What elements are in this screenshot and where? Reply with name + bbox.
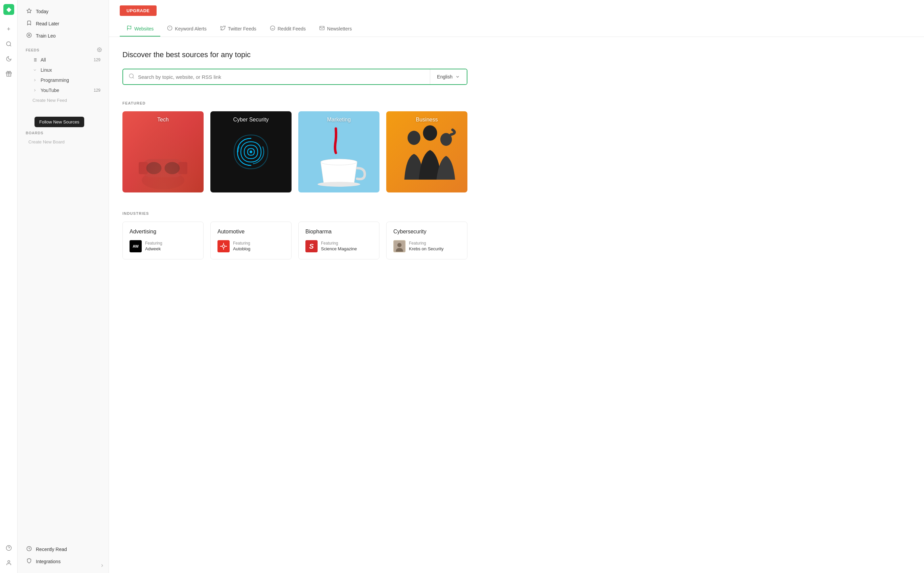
feeds-settings-icon[interactable] <box>97 47 102 53</box>
svg-rect-30 <box>139 162 148 174</box>
svg-point-6 <box>8 560 10 562</box>
featured-card-tech[interactable]: Tech <box>122 111 203 193</box>
sidebar-item-integrations[interactable]: Integrations <box>20 556 106 568</box>
gift-icon[interactable] <box>3 68 15 80</box>
create-board-link[interactable]: Create New Board <box>20 137 106 147</box>
reddit-icon <box>270 25 275 32</box>
adweek-logo: AW <box>130 240 142 252</box>
twitter-icon <box>220 25 225 32</box>
svg-point-33 <box>165 162 180 174</box>
tab-reddit-feeds[interactable]: Reddit Feeds <box>263 21 313 36</box>
svg-point-9 <box>28 34 30 36</box>
featured-card-marketing[interactable]: Marketing <box>298 111 380 193</box>
feeds-section-label: FEEDS <box>17 42 109 55</box>
read-later-icon <box>26 20 33 27</box>
sidebar-item-train-leo[interactable]: Train Leo <box>20 30 106 42</box>
industry-automotive-featuring: Featuring Autoblog <box>217 240 285 252</box>
featuring-biopharma-text: Featuring Science Magazine <box>321 241 357 252</box>
svg-point-10 <box>99 49 100 50</box>
featuring-automotive-text: Featuring Autoblog <box>233 241 250 252</box>
industry-biopharma[interactable]: Biopharma S Featuring Science Magazine <box>298 222 380 260</box>
cyber-card-label: Cyber Security <box>210 117 292 123</box>
feed-all-badge: 129 <box>94 58 100 62</box>
train-leo-icon <box>26 33 33 39</box>
sidebar-item-recently-read[interactable]: Recently Read <box>20 543 106 556</box>
sidebar: Today Read Later Train Leo FEEDS All 129… <box>17 0 109 573</box>
svg-marker-7 <box>27 8 31 13</box>
follow-sources-tooltip: Follow New Sources <box>34 117 84 127</box>
top-bar: UPGRADE Websites Keyword Alerts Twitter … <box>109 0 924 37</box>
featured-card-business[interactable]: Business <box>386 111 467 193</box>
svg-point-22 <box>270 26 275 30</box>
sidebar-item-train-leo-label: Train Leo <box>36 33 56 39</box>
language-label: English <box>437 74 453 80</box>
tab-websites-label: Websites <box>134 26 153 31</box>
svg-point-46 <box>397 243 402 247</box>
industries-grid: Advertising AW Featuring Adweek Automoti… <box>122 222 467 260</box>
create-feed-link[interactable]: Create New Feed <box>20 96 106 105</box>
main-content: UPGRADE Websites Keyword Alerts Twitter … <box>109 0 924 573</box>
tab-bar: Websites Keyword Alerts Twitter Feeds Re… <box>120 21 913 36</box>
sidebar-feed-all[interactable]: All 129 <box>20 55 106 65</box>
sidebar-collapse-button[interactable] <box>100 563 105 569</box>
svg-rect-29 <box>142 159 184 177</box>
sidebar-feed-programming[interactable]: Programming <box>20 75 106 85</box>
svg-point-28 <box>142 171 184 189</box>
tech-card-label: Tech <box>122 117 203 123</box>
featured-cards-grid: Tech Cyber Secu <box>122 111 467 193</box>
svg-point-0 <box>6 42 11 45</box>
svg-point-34 <box>250 150 252 153</box>
boards-section-label: BOARDS <box>17 125 109 137</box>
moon-icon[interactable] <box>3 53 15 65</box>
featured-card-cyber[interactable]: Cyber Security <box>210 111 292 193</box>
search-magnify-icon <box>128 73 134 80</box>
industry-cybersecurity-featuring: Featuring Krebs on Security <box>393 240 460 252</box>
recently-read-icon <box>26 546 33 553</box>
tab-keyword-alerts[interactable]: Keyword Alerts <box>160 21 213 36</box>
svg-point-40 <box>222 245 225 247</box>
today-icon <box>26 8 33 15</box>
app-logo[interactable]: ◆ <box>3 4 14 15</box>
sidebar-feed-youtube[interactable]: YouTube 129 <box>20 85 106 96</box>
tab-newsletters[interactable]: Newsletters <box>313 21 358 36</box>
add-icon[interactable]: + <box>3 23 15 35</box>
svg-point-37 <box>408 131 421 145</box>
discover-content: Discover the best sources for any topic … <box>109 37 481 273</box>
recently-read-label: Recently Read <box>36 546 67 552</box>
industry-automotive[interactable]: Automotive Featuring Autoblog <box>210 222 292 260</box>
industry-automotive-name: Automotive <box>217 229 285 235</box>
discover-title: Discover the best sources for any topic <box>122 50 467 59</box>
upgrade-button[interactable]: UPGRADE <box>120 5 156 16</box>
industry-advertising[interactable]: Advertising AW Featuring Adweek <box>122 222 203 260</box>
industry-cybersecurity[interactable]: Cybersecurity Featuring Krebs on Securit… <box>386 222 467 260</box>
feed-all-label: All <box>41 57 46 63</box>
sidebar-item-today[interactable]: Today <box>20 5 106 17</box>
industries-label: INDUSTRIES <box>122 211 467 216</box>
feed-programming-label: Programming <box>41 77 69 83</box>
sidebar-feed-linux[interactable]: Linux <box>20 65 106 75</box>
autoblog-logo <box>217 240 230 252</box>
language-selector[interactable]: English <box>430 69 467 84</box>
tab-reddit-feeds-label: Reddit Feeds <box>278 26 306 31</box>
featured-label: FEATURED <box>122 101 467 105</box>
svg-point-36 <box>317 182 360 187</box>
svg-point-38 <box>423 125 437 141</box>
industry-advertising-name: Advertising <box>130 229 197 235</box>
help-icon[interactable] <box>3 542 15 554</box>
tab-twitter-feeds[interactable]: Twitter Feeds <box>213 21 263 36</box>
search-input[interactable] <box>138 74 424 80</box>
tab-websites[interactable]: Websites <box>120 21 160 36</box>
newsletters-icon <box>319 25 325 32</box>
websites-icon <box>127 25 132 32</box>
integrations-label: Integrations <box>36 559 61 564</box>
search-icon[interactable] <box>3 38 15 50</box>
svg-line-27 <box>133 77 134 78</box>
sidebar-item-read-later[interactable]: Read Later <box>20 17 106 30</box>
business-card-label: Business <box>386 117 467 123</box>
user-icon[interactable] <box>3 557 15 569</box>
featuring-cybersecurity-text: Featuring Krebs on Security <box>409 241 444 252</box>
industry-cybersecurity-name: Cybersecurity <box>393 229 460 235</box>
integrations-icon <box>26 558 33 565</box>
sidebar-item-read-later-label: Read Later <box>36 21 59 27</box>
feed-linux-label: Linux <box>41 67 52 73</box>
